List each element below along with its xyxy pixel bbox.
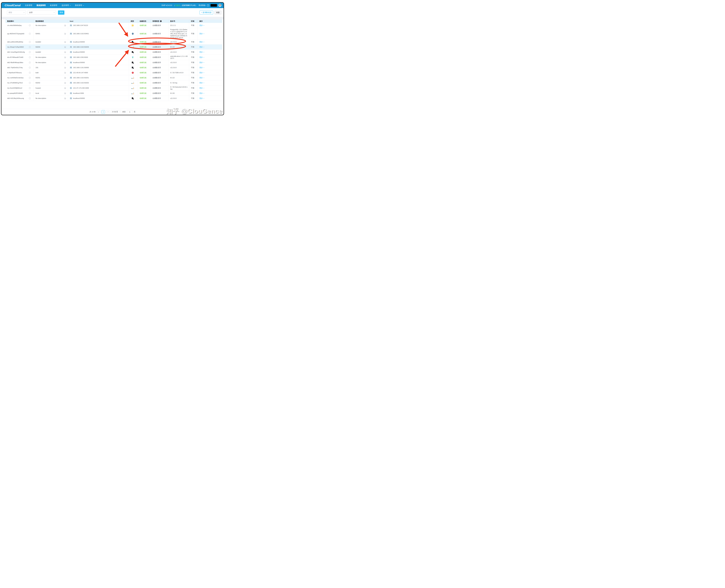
create-status: 创建完成 <box>138 91 151 96</box>
info-circle-icon[interactable]: i <box>29 33 31 35</box>
info-circle-icon[interactable]: i <box>29 62 31 63</box>
region-text: 不限 <box>189 70 198 75</box>
datasource-description: No description <box>36 98 46 99</box>
create-status: 创建完成 <box>138 39 151 44</box>
more-actions-link[interactable]: 更多 <box>199 56 204 58</box>
mysql-icon: MySQL <box>131 77 134 79</box>
table-row[interactable]: db2-p39t11995s853iyitestdb3内localhost:50… <box>5 39 223 44</box>
table-body: ck-s4dcl0t6kl6a0pqiNo description内192.16… <box>5 23 223 101</box>
nav-system-management[interactable]: 系统管理 <box>75 4 84 7</box>
more-actions-link[interactable]: 更多 <box>199 71 204 74</box>
more-actions-link[interactable]: 更多 <box>199 82 204 84</box>
help-circle-icon[interactable]: ? <box>160 20 162 22</box>
table-row[interactable]: db2-79yfi3v63c27vlqi191内192.168.0.191:50… <box>5 65 223 70</box>
network-scope-badge: 内 <box>70 61 72 64</box>
edit-icon[interactable] <box>64 33 66 35</box>
table-row[interactable]: ti-xfqe9se9769oznyibaili内121.40.64.147:4… <box>5 70 223 75</box>
more-actions-link[interactable]: 更多 <box>199 97 204 100</box>
table-row[interactable]: my-qewp6t2f21t6h65ilocal内localhost:3306M… <box>5 91 223 96</box>
info-circle-icon[interactable]: i <box>29 87 31 89</box>
prev-page-button[interactable] <box>97 110 100 114</box>
info-circle-icon[interactable]: i <box>29 98 31 99</box>
nav-monitor-management[interactable]: 监控管理 <box>62 4 70 7</box>
info-circle-icon[interactable]: i <box>29 56 31 58</box>
edit-icon[interactable] <box>64 72 66 74</box>
edit-icon[interactable] <box>64 41 66 43</box>
nav-task-management[interactable]: 任务管理 <box>25 4 32 7</box>
value-filter-select[interactable]: 全部 <box>27 10 56 15</box>
next-page-button[interactable] <box>106 110 110 114</box>
info-circle-icon[interactable]: i <box>29 24 31 26</box>
region-text: 不限 <box>189 91 198 96</box>
type-filter-select[interactable]: 类型 <box>7 10 26 15</box>
region-text: 不限 <box>189 44 198 49</box>
more-actions-link[interactable]: 更多 <box>199 77 204 79</box>
edit-icon[interactable] <box>64 46 66 48</box>
chevron-down-icon <box>69 4 71 6</box>
network-scope-badge: 内 <box>70 82 72 84</box>
page-number-button[interactable]: 1 <box>102 110 105 114</box>
info-circle-icon[interactable]: i <box>29 51 31 53</box>
edit-icon[interactable] <box>64 98 66 99</box>
edit-icon[interactable] <box>64 51 66 53</box>
edit-icon[interactable] <box>64 87 66 89</box>
table-row[interactable]: my-37lv859l01g75n2i50202内192.168.0.152:5… <box>5 80 223 85</box>
chevron-down-icon <box>203 98 204 99</box>
chevron-left-icon <box>98 111 99 112</box>
seek-help-link[interactable]: 寻求帮助 <box>199 4 205 7</box>
info-circle-icon[interactable]: i <box>29 46 31 48</box>
more-actions-link[interactable]: 更多 <box>199 61 204 64</box>
datasource-id: db2-79yfi3v63c27vlq <box>7 67 23 68</box>
deploy-type: 自建数据库 <box>151 60 168 65</box>
col-header-description: 数据源描述 <box>34 19 68 23</box>
info-circle-icon[interactable]: i <box>29 41 31 43</box>
info-circle-icon[interactable]: i <box>29 72 31 74</box>
nav-machine-management[interactable]: 机器管理 <box>50 4 57 7</box>
total-count: 共 14 条 <box>90 111 96 113</box>
info-circle-icon[interactable]: i <box>29 92 31 94</box>
table-row[interactable]: db2-1mw30ge616t3o3gitestdb2内localhost:50… <box>5 49 223 55</box>
table-row[interactable]: drs-l5749hwa6t72o80iNo description内192.1… <box>5 55 223 60</box>
user-avatar[interactable] <box>219 4 222 7</box>
more-actions-link[interactable]: 更多 <box>199 87 204 89</box>
query-button[interactable]: 查询 <box>58 10 64 15</box>
more-actions-link[interactable]: 更多 <box>199 46 204 48</box>
jump-page-input[interactable] <box>127 110 133 114</box>
edit-icon[interactable] <box>64 92 66 94</box>
create-status: 创建完成 <box>138 65 151 70</box>
more-actions-link[interactable]: 更多 <box>199 51 204 53</box>
table-row[interactable]: pg-4820m5731pwg4a5i50401内192.168.0.152:5… <box>5 28 223 39</box>
question-circle-icon[interactable]: ? <box>207 4 209 6</box>
deploy-type: 自建数据库 <box>151 49 168 55</box>
chevron-right-icon <box>107 111 108 112</box>
table-row[interactable]: ck-s4dcl0t6kl6a0pqiNo description内192.16… <box>5 23 223 28</box>
network-scope-badge: 内 <box>70 56 72 58</box>
more-actions-link[interactable]: 更多 <box>199 24 204 26</box>
edit-icon[interactable] <box>64 82 66 84</box>
edit-icon[interactable] <box>64 62 66 63</box>
add-datasource-button[interactable]: + 新增数据源 <box>200 10 213 15</box>
edit-icon[interactable] <box>64 56 66 58</box>
edit-icon[interactable] <box>64 67 66 68</box>
refresh-button[interactable]: 刷新 <box>214 10 222 15</box>
table-row[interactable]: db2-h9136q1404uuzqjiNo description内local… <box>5 96 223 101</box>
info-circle-icon[interactable]: i <box>29 77 31 79</box>
more-actions-link[interactable]: 更多 <box>199 33 204 35</box>
edit-icon[interactable] <box>64 24 66 26</box>
table-row[interactable]: my-3hwqr7c2hp16662i50204内192.168.0.152:5… <box>5 44 223 49</box>
deploy-type: 自建数据库 <box>151 70 168 75</box>
table-row[interactable]: db2-f8s8048oqiz3bbsiNo description内local… <box>5 60 223 65</box>
more-actions-link[interactable]: 更多 <box>199 66 204 69</box>
region-text: 不限 <box>189 28 198 39</box>
col-header-host: host <box>68 19 129 23</box>
nav-datasource-management[interactable]: 数据源管理 <box>37 4 46 7</box>
more-actions-link[interactable]: 更多 <box>199 41 204 43</box>
table-row[interactable]: my-5zot230ltj59mx2ihuawei外121.37.174.230… <box>5 85 223 91</box>
table-row[interactable]: my-cw439af2xndc6aai50201内192.168.0.152:5… <box>5 75 223 80</box>
more-actions-link[interactable]: 更多 <box>199 92 204 94</box>
svg-text:SQL: SQL <box>132 47 134 48</box>
edit-icon[interactable] <box>64 77 66 79</box>
page-size-select[interactable]: 20 条/页 <box>111 110 121 114</box>
info-circle-icon[interactable]: i <box>29 67 31 68</box>
info-circle-icon[interactable]: i <box>29 82 31 84</box>
